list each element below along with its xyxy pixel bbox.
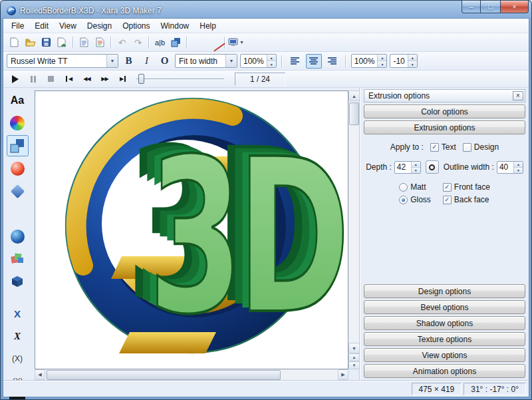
redo-button[interactable]: ↷ xyxy=(130,35,146,51)
pause-button[interactable] xyxy=(25,73,41,86)
view-options-button[interactable]: View options xyxy=(364,348,525,362)
tool-shadow-options[interactable] xyxy=(7,180,29,202)
tool-color-options[interactable] xyxy=(7,112,29,134)
horizontal-scroll-track[interactable] xyxy=(45,369,338,381)
vertical-scroll-track[interactable] xyxy=(348,101,360,343)
horizontal-scroll-thumb[interactable] xyxy=(47,370,281,380)
menu-item-edit[interactable]: Edit xyxy=(29,19,54,33)
spin-down-button[interactable]: ▼ xyxy=(408,61,417,67)
menu-item-design[interactable]: Design xyxy=(82,19,117,33)
save-button[interactable] xyxy=(39,35,54,51)
bevel-options-button[interactable]: Bevel options xyxy=(364,300,525,314)
lighting-button[interactable] xyxy=(190,35,205,51)
frame-slider-thumb[interactable] xyxy=(138,74,144,84)
spin-down-button[interactable]: ▼ xyxy=(514,167,523,173)
canvas-step-down-button[interactable]: ▼ xyxy=(348,361,360,369)
outline-width-spinner[interactable]: 40 ▲ ▼ xyxy=(497,161,523,174)
edit-text-button[interactable]: a|b xyxy=(152,35,168,51)
first-frame-icon: ◀ xyxy=(68,76,72,82)
import-text-button[interactable] xyxy=(76,35,92,51)
spin-up-button[interactable]: ▲ xyxy=(378,55,386,61)
menu-item-options[interactable]: Options xyxy=(117,19,155,33)
frame-slider[interactable] xyxy=(136,73,224,86)
align-right-button[interactable] xyxy=(325,54,340,69)
bold-button[interactable]: B xyxy=(121,54,136,69)
spin-down-button[interactable]: ▼ xyxy=(267,61,276,67)
back-face-checkbox[interactable]: ✓ xyxy=(443,196,452,204)
spin-down-button[interactable]: ▼ xyxy=(412,167,420,173)
scroll-right-button[interactable]: ▶ xyxy=(338,369,348,380)
style-preset-3[interactable]: (X) xyxy=(7,348,29,369)
tool-bevel-options[interactable] xyxy=(7,158,29,179)
design-checkbox[interactable] xyxy=(463,143,471,152)
tool-texture-options[interactable] xyxy=(7,248,29,270)
color-options-button[interactable]: Color options xyxy=(364,104,525,118)
minimize-button[interactable]: – xyxy=(462,1,481,13)
extrude-toggle-button[interactable] xyxy=(168,35,184,51)
outline-button[interactable]: O xyxy=(157,54,172,69)
matt-radio[interactable] xyxy=(399,183,408,192)
spin-up-button[interactable]: ▲ xyxy=(412,162,420,167)
depth-spinner[interactable]: 42 ▲ ▼ xyxy=(394,161,421,174)
previous-frame-button[interactable]: ◀◀ xyxy=(78,73,95,86)
scroll-up-button[interactable]: ▲ xyxy=(348,91,360,101)
text-checkbox[interactable]: ✓ xyxy=(430,143,439,152)
display-button[interactable]: ▾ xyxy=(228,35,243,51)
first-frame-button[interactable]: ◀ xyxy=(61,73,77,86)
tracking-spinner[interactable]: -10 ▲ ▼ xyxy=(390,54,417,68)
tool-extrusion-options[interactable] xyxy=(7,135,29,156)
tool-text-options[interactable]: Aa xyxy=(7,90,29,111)
texture-options-button[interactable]: Texture options xyxy=(364,332,525,346)
frame-slider-track[interactable] xyxy=(136,79,224,80)
scroll-left-button[interactable]: ◀ xyxy=(35,369,45,380)
open-button[interactable] xyxy=(23,35,38,51)
shadow-options-button[interactable]: Shadow options xyxy=(364,316,525,330)
design-options-button[interactable]: Design options xyxy=(364,284,525,298)
menu-item-view[interactable]: View xyxy=(54,19,82,33)
outline-mode-button[interactable] xyxy=(426,160,439,174)
animation-options-button[interactable]: Animation options xyxy=(364,364,525,378)
front-face-checkbox[interactable]: ✓ xyxy=(443,183,452,192)
horizontal-scrollbar[interactable]: ◀ ▶ xyxy=(35,369,348,381)
align-center-button[interactable] xyxy=(306,54,322,69)
maximize-button[interactable]: □ xyxy=(481,1,500,13)
spin-up-button[interactable]: ▲ xyxy=(267,55,276,61)
next-frame-button[interactable]: ▶▶ xyxy=(96,73,113,86)
export-text-button[interactable] xyxy=(92,35,108,51)
design-canvas[interactable]: 3D 3D 3D 3D xyxy=(35,91,348,369)
scroll-down-button[interactable]: ▼ xyxy=(348,343,360,353)
export-button[interactable] xyxy=(55,35,70,51)
fit-mode-select[interactable]: Fit to width ▼ xyxy=(175,54,237,68)
spin-down-button[interactable]: ▼ xyxy=(378,61,386,67)
font-size-spinner[interactable]: 100% ▲ ▼ xyxy=(240,54,277,68)
font-family-select[interactable]: Russel Write TT ▼ xyxy=(7,54,118,68)
panel-close-button[interactable]: × xyxy=(513,91,523,100)
aspect-ratio-spinner[interactable]: 100% ▲ ▼ xyxy=(351,54,388,68)
spin-up-button[interactable]: ▲ xyxy=(514,162,523,167)
align-left-icon xyxy=(290,57,301,65)
extrusion-options-button[interactable]: Extrusion options xyxy=(364,120,525,134)
style-preset-2[interactable]: X xyxy=(7,325,29,347)
menu-item-help[interactable]: Help xyxy=(194,19,221,33)
title-bar[interactable]: Rolled5BorderB.X3D - Xara 3D Maker 7 – □… xyxy=(3,1,529,18)
tool-lighting-options[interactable] xyxy=(7,203,29,224)
style-preset-1[interactable]: X xyxy=(7,303,29,324)
spin-up-button[interactable]: ▲ xyxy=(408,55,417,61)
menu-item-file[interactable]: File xyxy=(6,19,29,33)
tool-view-options[interactable] xyxy=(7,226,29,247)
close-button[interactable]: × xyxy=(500,1,529,13)
tool-animation-options[interactable] xyxy=(7,271,29,292)
lighting-off-button[interactable] xyxy=(206,35,221,51)
last-frame-button[interactable]: ▶ xyxy=(114,73,131,86)
align-left-button[interactable] xyxy=(287,54,303,69)
vertical-scrollbar[interactable]: ▲ ▼ ▲ ▼ xyxy=(348,91,360,369)
new-button[interactable] xyxy=(7,35,22,51)
italic-button[interactable]: I xyxy=(139,54,154,69)
gloss-radio[interactable] xyxy=(399,196,408,204)
vertical-scroll-thumb[interactable] xyxy=(349,102,359,125)
stop-button[interactable] xyxy=(43,73,59,86)
undo-button[interactable]: ↶ xyxy=(114,35,130,51)
canvas-step-up-button[interactable]: ▲ xyxy=(348,353,360,361)
play-button[interactable] xyxy=(7,73,23,86)
menu-item-window[interactable]: Window xyxy=(156,19,195,33)
